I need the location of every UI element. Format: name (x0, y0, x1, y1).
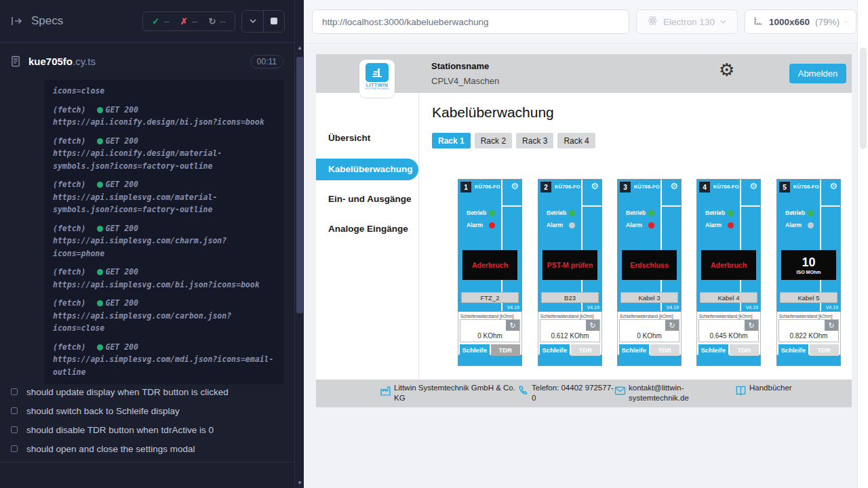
request-url: symbols.json?icons=factory-outline (53, 160, 282, 173)
failed-stat: ✗-- (180, 16, 198, 26)
cypress-runner-panel: Specs ✓-- ✗-- ↻-- kue705fo.cy.ts 00:11 i… (0, 0, 294, 488)
resistance-value: 0 KOhm (620, 332, 679, 340)
tab-rack-2[interactable]: Rack 2 (475, 133, 512, 148)
refresh-icon[interactable]: ↻ (825, 320, 838, 331)
alarm-label: Alarm (705, 222, 728, 228)
sidebar-item-bersicht[interactable]: Übersicht (316, 129, 418, 148)
alarm-message: Erdschluss (630, 261, 669, 269)
sidebar-item-analoge-eing-nge[interactable]: Analoge Eingänge (316, 220, 418, 239)
app-footer: Littwin Systemtechnik GmbH & Co.KGTelefo… (316, 380, 852, 407)
panel-scrollbar[interactable]: ▲ ▼ (294, 0, 304, 488)
browser-label: Electron 130 (663, 17, 715, 27)
alarm-led (808, 222, 814, 228)
cable-name: FTZ_2 (461, 292, 519, 303)
refresh-icon[interactable]: ↻ (506, 320, 519, 331)
resistance-label: Schleifenwiderstand [kOhm] (620, 314, 679, 319)
betrieb-led (728, 210, 734, 216)
card-strip (538, 355, 602, 366)
device-card-1: 1KÜ706-FO⚙BetriebAlarmFTZ_2V4.19Aderbruc… (458, 179, 522, 366)
cable-name: Kabel 3 (620, 292, 678, 303)
device-number: 2 (540, 182, 551, 192)
browser-selector[interactable]: Electron 130 (636, 9, 738, 34)
request-url: icons=phone (53, 247, 282, 260)
stop-button[interactable] (263, 11, 284, 32)
resistance-box: ↻0 KOhm (619, 319, 679, 342)
device-model: KÜ706-FO (475, 184, 500, 190)
refresh-icon: ↻ (208, 16, 216, 26)
tab-rack-3[interactable]: Rack 3 (516, 133, 553, 148)
log-entry: (fetch)GET 200https://api.simplesvg.com/… (53, 341, 282, 379)
logout-button[interactable]: Abmelden (789, 64, 846, 83)
tdr-button[interactable]: TDR (571, 344, 601, 356)
url-bar[interactable]: http://localhost:3000/kabelueberwachung (312, 9, 629, 34)
log-entry: (fetch)GET 200https://api.simplesvg.com/… (53, 222, 282, 260)
tab-rack-1[interactable]: Rack 1 (432, 133, 471, 148)
chevron-down-icon[interactable] (242, 11, 263, 32)
schleife-button[interactable]: Schleife (778, 344, 808, 356)
sidebar-item-ein-und-ausg-nge[interactable]: Ein- und Ausgänge (316, 190, 418, 209)
alarm-led (489, 222, 495, 228)
resistance-label: Schleifenwiderstand [kOhm] (540, 314, 600, 319)
divider (502, 205, 521, 207)
browser-bar: http://localhost:3000/kabelueberwachung … (304, 0, 868, 43)
http-status: GET 200 (105, 342, 138, 352)
tab-rack-4[interactable]: Rack 4 (557, 133, 595, 148)
tdr-button[interactable]: TDR (491, 344, 521, 356)
request-url: https://api.simplesvg.com/carbon.json? (53, 310, 282, 323)
refresh-icon[interactable]: ↻ (665, 320, 679, 331)
alarm-message: PST-M prüfen (547, 261, 593, 269)
test-item[interactable]: should update display when TDR button is… (11, 382, 283, 401)
tdr-button[interactable]: TDR (810, 344, 840, 356)
alarm-led (648, 222, 654, 228)
scroll-down-icon[interactable]: ▼ (295, 480, 304, 486)
betrieb-label: Betrieb (547, 209, 569, 216)
schleife-button[interactable]: Schleife (460, 344, 490, 356)
card-strip (458, 355, 522, 366)
device-settings-icon[interactable]: ⚙ (511, 181, 519, 191)
divider (662, 205, 681, 207)
refresh-icon[interactable]: ↻ (586, 320, 599, 331)
refresh-icon[interactable]: ↻ (745, 320, 758, 331)
firmware-version: V4.19 (507, 305, 519, 310)
settings-gear-icon[interactable]: ⚙ (719, 61, 734, 79)
footer-item-handb-cher[interactable]: Handbücher (735, 380, 816, 407)
scroll-up-icon[interactable]: ▲ (295, 45, 304, 51)
http-status: GET 200 (105, 224, 138, 233)
device-settings-icon[interactable]: ⚙ (749, 181, 757, 191)
tdr-button[interactable]: TDR (730, 344, 760, 356)
status-dot-icon (97, 226, 103, 232)
scrollbar-thumb[interactable] (296, 57, 303, 313)
http-status: GET 200 (105, 267, 138, 277)
resistance-box: ↻0.822 KOhm (778, 319, 839, 342)
test-state-icon (11, 388, 18, 395)
sidebar-toggle-icon[interactable] (9, 14, 23, 28)
schleife-button[interactable]: Schleife (540, 344, 570, 356)
spec-row[interactable]: kue705fo.cy.ts 00:11 (0, 43, 294, 80)
test-item[interactable]: should switch back to Schleife display (11, 401, 283, 420)
device-settings-icon[interactable]: ⚙ (591, 181, 599, 191)
resistance-value: 0.645 KOhm (699, 332, 758, 340)
sidebar-item-kabel-berwachung[interactable]: Kabelüberwachung (316, 159, 418, 180)
card-strip (696, 355, 761, 366)
viewport-selector[interactable]: 1000x660 (79%) (745, 9, 856, 34)
phone-icon (517, 385, 529, 399)
schleife-button[interactable]: Schleife (619, 344, 649, 356)
test-item[interactable]: should open and close the settings modal (11, 439, 283, 458)
spec-file-icon (11, 56, 21, 67)
scrollbar-thumb[interactable] (860, 47, 867, 149)
schleife-button[interactable]: Schleife (698, 344, 728, 356)
log-entry: (fetch)GET 200https://api.iconify.design… (53, 104, 282, 129)
resistance-label: Schleifenwiderstand [kOhm] (699, 314, 759, 319)
test-item[interactable]: should disable TDR button when tdrActive… (11, 420, 283, 439)
cable-name: B23 (541, 292, 599, 303)
fetch-label: (fetch) (53, 180, 85, 189)
ruler-icon (753, 16, 764, 28)
screenshot-root: Specs ✓-- ✗-- ↻-- kue705fo.cy.ts 00:11 i… (0, 0, 868, 488)
device-settings-icon[interactable]: ⚙ (829, 181, 837, 191)
betrieb-led (648, 210, 654, 216)
app-scrollbar[interactable] (857, 0, 868, 488)
status-dot-icon (97, 107, 103, 113)
tdr-button[interactable]: TDR (650, 344, 680, 356)
betrieb-led (808, 210, 814, 216)
device-settings-icon[interactable]: ⚙ (670, 181, 678, 191)
